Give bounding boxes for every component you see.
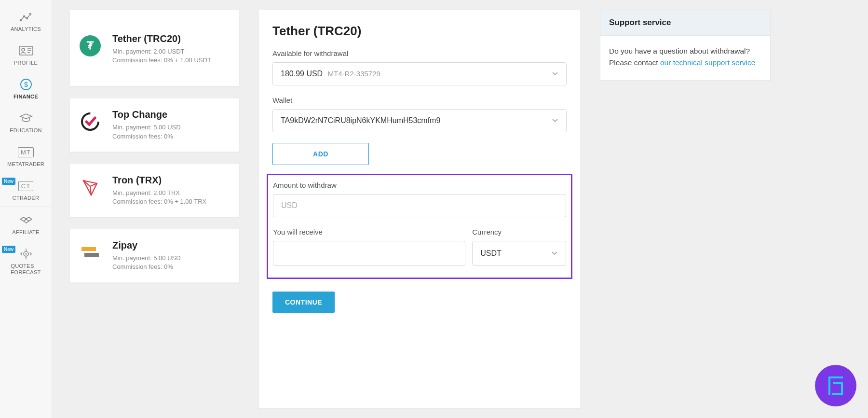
new-badge: New [2, 246, 15, 253]
sidebar-label: PROFILE [14, 60, 38, 66]
svg-text:$: $ [24, 81, 28, 88]
method-min: Min. payment: 5.00 USD [112, 254, 181, 263]
method-title: Tron (TRX) [112, 175, 206, 186]
method-title: Top Change [112, 109, 181, 120]
sidebar-item-ctrader[interactable]: New CT CTRADER [0, 173, 52, 207]
tron-icon [80, 177, 101, 198]
sidebar: ANALYTICS PROFILE $ FINANCE EDUCATION [0, 0, 52, 418]
support-panel: Support service Do you have a question a… [600, 10, 771, 81]
wallet-label: Wallet [272, 96, 567, 104]
currency-value: USDT [480, 249, 502, 258]
amount-label: Amount to withdraw [273, 181, 566, 189]
method-min: Min. payment: 5.00 USD [112, 123, 181, 132]
sidebar-item-analytics[interactable]: ANALYTICS [0, 4, 52, 38]
account-balance: 180.99 USD [281, 70, 323, 78]
highlighted-amount-section: Amount to withdraw USD You will receive … [267, 174, 572, 279]
sidebar-item-profile[interactable]: PROFILE [0, 38, 52, 71]
method-card-tron[interactable]: Tron (TRX) Min. payment: 2.00 TRX Commis… [69, 164, 239, 217]
available-label: Available for withdrawal [272, 49, 567, 57]
topchange-icon [80, 111, 101, 132]
sidebar-label: ANALYTICS [11, 26, 41, 32]
new-badge: New [2, 178, 15, 185]
account-id: MT4-R2-335729 [328, 70, 380, 78]
sidebar-label: QUOTESFORECAST [11, 263, 41, 276]
method-title: Zipay [112, 240, 181, 251]
sidebar-item-education[interactable]: EDUCATION [0, 105, 52, 139]
finance-icon: $ [17, 77, 35, 92]
svg-point-2 [26, 18, 27, 19]
payment-method-list: ₮ Tether (TRC20) Min. payment: 2.00 USDT… [69, 10, 239, 408]
analytics-icon [17, 10, 35, 24]
sidebar-label: CTRADER [13, 195, 39, 201]
svg-point-4 [22, 48, 25, 51]
continue-button[interactable]: CONTINUE [272, 292, 335, 313]
method-fee: Commission fees: 0% + 1.00 TRX [112, 197, 206, 206]
sidebar-label: METATRADER [7, 161, 44, 167]
method-min: Min. payment: 2.00 USDT [112, 47, 211, 56]
sidebar-label: EDUCATION [10, 127, 42, 133]
method-card-zipay[interactable]: Zipay Min. payment: 5.00 USD Commission … [69, 229, 239, 282]
chevron-down-icon [552, 70, 558, 78]
form-title: Tether (TRC20) [272, 24, 567, 39]
currency-label: Currency [472, 228, 566, 236]
withdrawal-form: Tether (TRC20) Available for withdrawal … [258, 10, 581, 408]
method-card-tether[interactable]: ₮ Tether (TRC20) Min. payment: 2.00 USDT… [69, 10, 239, 86]
floating-logo[interactable] [815, 365, 856, 406]
wallet-select[interactable]: TA9kDW2rN7CiRU8ipN6kYKMHumH53cmfm9 [272, 109, 567, 132]
method-min: Min. payment: 2.00 TRX [112, 189, 206, 197]
method-title: Tether (TRC20) [112, 33, 211, 44]
sidebar-item-finance[interactable]: $ FINANCE [0, 71, 52, 105]
support-title: Support service [600, 10, 770, 36]
sidebar-label: FINANCE [14, 94, 38, 99]
workspace: ₮ Tether (TRC20) Min. payment: 2.00 USDT… [52, 0, 868, 418]
sidebar-item-affiliate[interactable]: AFFILIATE [0, 207, 52, 241]
receive-input[interactable] [273, 241, 465, 266]
currency-select[interactable]: USDT [472, 241, 566, 266]
chevron-down-icon [552, 117, 558, 125]
svg-rect-14 [84, 253, 99, 257]
support-body: Do you have a question about withdrawal?… [600, 36, 770, 80]
method-fee: Commission fees: 0% [112, 132, 181, 141]
svg-point-1 [23, 16, 25, 17]
add-button[interactable]: ADD [272, 143, 369, 165]
sidebar-item-metatrader[interactable]: MT METATRADER [0, 139, 52, 173]
svg-text:$: $ [25, 252, 27, 256]
chevron-down-icon [551, 250, 558, 257]
account-select[interactable]: 180.99 USD MT4-R2-335729 [272, 62, 567, 85]
method-fee: Commission fees: 0% [112, 263, 181, 271]
amount-placeholder: USD [281, 201, 298, 210]
profile-icon [17, 43, 35, 58]
tether-icon: ₮ [80, 35, 101, 56]
sidebar-label: AFFILIATE [12, 229, 39, 235]
amount-input[interactable]: USD [273, 194, 566, 217]
method-fee: Commission fees: 0% + 1.00 USDT [112, 56, 211, 65]
method-card-topchange[interactable]: Top Change Min. payment: 5.00 USD Commis… [69, 98, 239, 152]
affiliate-icon [17, 213, 35, 227]
education-icon [17, 111, 35, 125]
sidebar-item-quotes-forecast[interactable]: New $ QUOTESFORECAST [0, 241, 52, 281]
svg-rect-13 [81, 247, 96, 251]
wallet-value: TA9kDW2rN7CiRU8ipN6kYKMHumH53cmfm9 [281, 116, 440, 125]
zipay-icon [80, 242, 101, 263]
svg-point-0 [20, 20, 21, 21]
support-link[interactable]: our technical support service [660, 58, 755, 67]
receive-label: You will receive [273, 228, 465, 236]
ct-icon: CT [17, 179, 35, 193]
quotes-icon: $ [17, 247, 35, 261]
mt-icon: MT [17, 145, 35, 159]
